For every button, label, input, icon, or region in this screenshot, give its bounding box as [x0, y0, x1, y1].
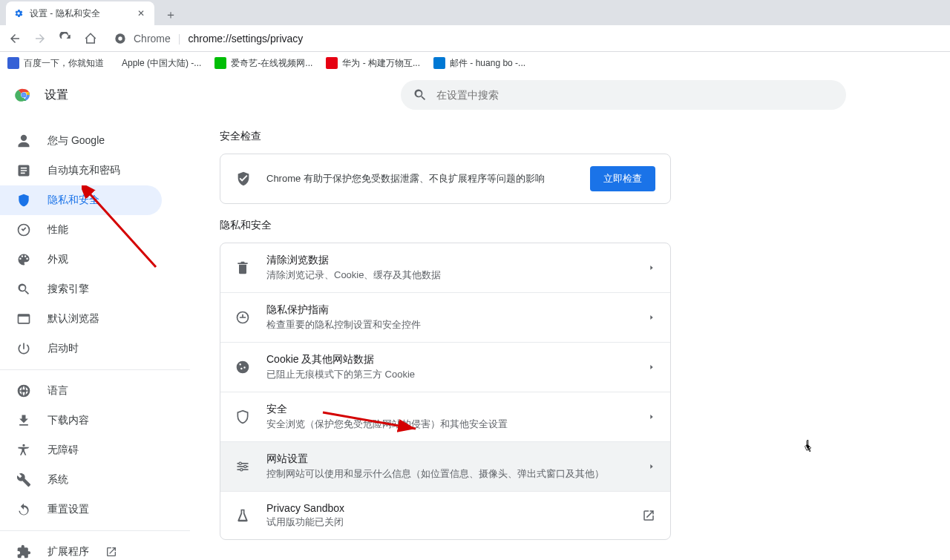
sidebar-item-downloads[interactable]: 下载内容	[0, 406, 162, 435]
chevron-right-icon	[648, 264, 655, 271]
sidebar-item-you-and-google[interactable]: 您与 Google	[0, 126, 162, 156]
toolbar: Chrome | chrome://settings/privacy	[0, 25, 950, 52]
item-clear-data[interactable]: 清除浏览数据清除浏览记录、Cookie、缓存及其他数据	[220, 243, 670, 292]
trash-icon	[235, 260, 250, 275]
sidebar: 您与 Google 自动填充和密码 隐私和安全 性能 外观 搜索引擎 默认浏览器…	[0, 74, 190, 560]
new-tab-button[interactable]: ＋	[160, 4, 181, 25]
main-content: 安全检查 Chrome 有助于保护您免受数据泄露、不良扩展程序等问题的影响 立即…	[190, 74, 950, 560]
tab-bar: 设置 - 隐私和安全 ✕ ＋	[0, 0, 950, 25]
divider	[0, 530, 190, 531]
settings-header: 设置	[0, 74, 950, 116]
compass-icon	[235, 310, 250, 325]
sidebar-item-languages[interactable]: 语言	[0, 376, 162, 406]
tune-icon	[235, 459, 250, 474]
sidebar-item-appearance[interactable]: 外观	[0, 245, 162, 274]
bookmark-item[interactable]: 邮件 - huang bo -...	[433, 57, 525, 70]
search-input[interactable]	[436, 89, 834, 101]
svg-point-13	[240, 469, 243, 471]
settings-search[interactable]	[401, 80, 846, 110]
chevron-right-icon	[648, 463, 655, 470]
sidebar-item-accessibility[interactable]: 无障碍	[0, 435, 162, 465]
chevron-right-icon	[648, 413, 655, 421]
page-title: 设置	[45, 88, 68, 103]
flask-icon	[235, 508, 250, 523]
tab-title: 设置 - 隐私和安全	[30, 7, 100, 20]
bookmark-item[interactable]: 华为 - 构建万物互...	[326, 57, 420, 70]
shield-check-icon	[235, 171, 252, 187]
bookmarks-bar: 百度一下，你就知道 Apple (中国大陆) -... 爱奇艺-在线视频网...…	[0, 52, 950, 74]
cookie-icon	[235, 360, 250, 375]
svg-point-11	[239, 462, 241, 464]
cursor-icon	[802, 438, 815, 454]
sidebar-item-privacy[interactable]: 隐私和安全	[0, 185, 162, 215]
safety-text: Chrome 有助于保护您免受数据泄露、不良扩展程序等问题的影响	[266, 172, 575, 185]
external-link-icon	[642, 509, 655, 522]
svg-point-12	[244, 465, 246, 467]
svg-point-1	[118, 36, 122, 40]
gear-icon	[13, 8, 24, 19]
item-cookies[interactable]: Cookie 及其他网站数据已阻止无痕模式下的第三方 Cookie	[220, 342, 670, 392]
sidebar-item-system[interactable]: 系统	[0, 465, 162, 495]
chevron-right-icon	[648, 314, 655, 321]
item-privacy-guide[interactable]: 隐私保护指南检查重要的隐私控制设置和安全控件	[220, 292, 670, 342]
bookmark-item[interactable]: 爱奇艺-在线视频网...	[214, 57, 312, 70]
safety-check-card: Chrome 有助于保护您免受数据泄露、不良扩展程序等问题的影响 立即检查	[220, 154, 671, 204]
close-icon[interactable]: ✕	[135, 7, 147, 19]
svg-point-4	[22, 93, 26, 97]
browser-tab[interactable]: 设置 - 隐私和安全 ✕	[6, 1, 154, 25]
privacy-card: 清除浏览数据清除浏览记录、Cookie、缓存及其他数据 隐私保护指南检查重要的隐…	[220, 243, 671, 540]
bookmark-item[interactable]: 百度一下，你就知道	[7, 57, 104, 70]
reload-button[interactable]	[58, 31, 73, 46]
home-button[interactable]	[83, 31, 98, 46]
sidebar-item-reset[interactable]: 重置设置	[0, 495, 162, 524]
chevron-right-icon	[648, 363, 655, 371]
external-link-icon	[105, 546, 117, 558]
section-title-privacy: 隐私和安全	[220, 219, 950, 232]
address-label: Chrome	[134, 33, 171, 45]
divider	[0, 369, 190, 370]
sidebar-item-autofill[interactable]: 自动填充和密码	[0, 156, 162, 185]
section-title-safety: 安全检查	[220, 130, 950, 143]
chrome-icon	[114, 33, 126, 45]
sidebar-item-extensions[interactable]: 扩展程序	[0, 537, 162, 560]
sidebar-item-search-engine[interactable]: 搜索引擎	[0, 274, 162, 304]
sidebar-item-on-startup[interactable]: 启动时	[0, 334, 162, 363]
item-security[interactable]: 安全安全浏览（保护您免受危险网站的侵害）和其他安全设置	[220, 392, 670, 441]
forward-button[interactable]	[33, 31, 48, 46]
back-button[interactable]	[7, 31, 22, 46]
shield-icon	[235, 409, 250, 424]
sidebar-item-performance[interactable]: 性能	[0, 215, 162, 245]
check-now-button[interactable]: 立即检查	[590, 166, 655, 191]
item-privacy-sandbox[interactable]: Privacy Sandbox试用版功能已关闭	[220, 491, 670, 539]
search-icon	[413, 88, 428, 102]
bookmark-item[interactable]: Apple (中国大陆) -...	[117, 57, 201, 70]
address-url: chrome://settings/privacy	[188, 33, 303, 45]
address-bar[interactable]: Chrome | chrome://settings/privacy	[108, 33, 943, 45]
sidebar-item-default-browser[interactable]: 默认浏览器	[0, 304, 162, 334]
item-site-settings[interactable]: 网站设置控制网站可以使用和显示什么信息（如位置信息、摄像头、弹出式窗口及其他）	[220, 441, 670, 491]
chrome-logo-icon	[15, 86, 33, 104]
